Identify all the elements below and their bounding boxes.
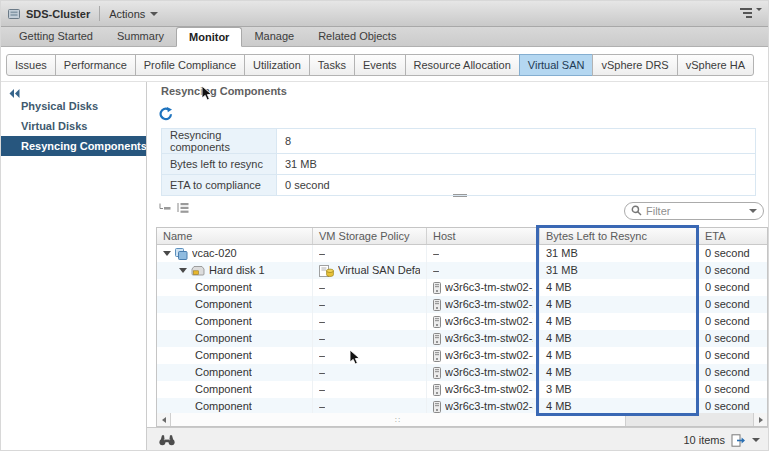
subtab-virtual-san[interactable]: Virtual SAN [519, 54, 594, 76]
search-icon [631, 205, 642, 218]
column-header-bytes-left-to-resync[interactable]: Bytes Left to Resync [540, 228, 699, 244]
subtab-utilization[interactable]: Utilization [244, 54, 310, 76]
sidebar-items: Physical DisksVirtual DisksResyncing Com… [1, 96, 146, 156]
cell-host: – [427, 245, 540, 262]
cell-host: w3r6c3-tm-stw02-2.... [427, 313, 540, 330]
subtab-profile-compliance[interactable]: Profile Compliance [135, 54, 245, 76]
subtab-performance[interactable]: Performance [55, 54, 136, 76]
host-label: w3r6c3-tm-stw02-2.... [445, 313, 533, 330]
expand-all-icon[interactable] [176, 202, 189, 214]
filter-input[interactable] [646, 205, 749, 217]
tab-summary[interactable]: Summary [105, 27, 176, 46]
cell-vm-storage-policy: – [313, 245, 427, 262]
page-title: Resyncing Components [161, 85, 287, 97]
cluster-icon [7, 7, 21, 21]
subtab-vsphere-ha[interactable]: vSphere HA [677, 54, 754, 76]
scroll-right-icon[interactable] [753, 413, 767, 426]
policy-label: – [319, 347, 325, 364]
filter-dropdown-icon[interactable] [749, 209, 757, 213]
scroll-left-icon[interactable] [157, 413, 171, 426]
row-label: Component [195, 330, 252, 347]
cell-name: Component [157, 347, 313, 364]
host-icon [433, 367, 441, 379]
policy-label: – [319, 364, 325, 381]
table-row[interactable]: Hard disk 1Virtual SAN Default...–31 MB0… [157, 262, 767, 279]
host-icon [433, 282, 441, 294]
column-header-host[interactable]: Host [427, 228, 540, 244]
table-row[interactable]: Component–w3r6c3-tm-stw02-3....4 MB0 sec… [157, 364, 767, 381]
splitter-handle[interactable] [453, 193, 467, 198]
host-label: – [433, 262, 439, 279]
subtab-resource-allocation[interactable]: Resource Allocation [405, 54, 520, 76]
table-row[interactable]: Component–w3r6c3-tm-stw02-2....4 MB0 sec… [157, 330, 767, 347]
row-label: vcac-020 [192, 245, 237, 262]
summary-row: Bytes left to resync31 MB [162, 154, 756, 175]
subtab-issues[interactable]: Issues [6, 54, 56, 76]
policy-label: – [319, 296, 325, 313]
policy-label: – [319, 313, 325, 330]
tab-monitor[interactable]: Monitor [176, 27, 242, 47]
cell-bytes-left-to-resync: 4 MB [540, 279, 699, 296]
object-name: SDS-Cluster [26, 8, 90, 20]
resyncing-components-grid: NameVM Storage PolicyHostBytes Left to R… [156, 227, 768, 414]
summary-value: 31 MB [277, 154, 756, 175]
actions-menu[interactable]: Actions [109, 8, 158, 20]
table-row[interactable]: Component–w3r6c3-tm-stw02-4....4 MB0 sec… [157, 347, 767, 364]
refresh-icon[interactable] [159, 107, 173, 123]
expander-icon[interactable] [163, 251, 171, 256]
host-label: w3r6c3-tm-stw02-1.... [445, 381, 533, 398]
cell-name: Component [157, 381, 313, 398]
subtab-events[interactable]: Events [354, 54, 406, 76]
grid-header: NameVM Storage PolicyHostBytes Left to R… [157, 228, 767, 245]
subtab-vsphere-drs[interactable]: vSphere DRS [592, 54, 677, 76]
tab-getting-started[interactable]: Getting Started [7, 27, 105, 46]
filter-box [624, 202, 764, 220]
export-icon[interactable] [731, 434, 746, 447]
host-icon [433, 299, 441, 311]
host-icon [433, 384, 441, 396]
grid-body: vcac-020––31 MB0 secondHard disk 1Virtua… [157, 245, 767, 415]
cell-host: w3r6c3-tm-stw02-1.... [427, 381, 540, 398]
cell-eta: 0 second [699, 364, 767, 381]
main-panel: Resyncing Components Resyncing component… [147, 81, 769, 451]
cell-vm-storage-policy: – [313, 364, 427, 381]
grid-toolbar [158, 202, 189, 214]
cell-eta: 0 second [699, 296, 767, 313]
horizontal-scrollbar[interactable]: :: [156, 413, 768, 427]
caret-down-icon [756, 8, 762, 11]
table-row[interactable]: Component–w3r6c3-tm-stw02-1....3 MB0 sec… [157, 381, 767, 398]
scrollbar-thumb[interactable]: :: [171, 413, 626, 426]
table-row[interactable]: Component–w3r6c3-tm-stw02-2....4 MB0 sec… [157, 279, 767, 296]
cell-host: w3r6c3-tm-stw02-3.... [427, 364, 540, 381]
tab-manage[interactable]: Manage [242, 27, 306, 46]
table-row[interactable]: Component–w3r6c3-tm-stw02-2....4 MB0 sec… [157, 313, 767, 330]
column-header-vm-storage-policy[interactable]: VM Storage Policy [313, 228, 427, 244]
cell-host: – [427, 262, 540, 279]
expander-icon[interactable] [179, 268, 187, 273]
column-header-name[interactable]: Name [157, 228, 313, 244]
host-icon [433, 316, 441, 328]
export-dropdown-icon[interactable] [752, 438, 760, 442]
cell-host: w3r6c3-tm-stw02-4.... [427, 347, 540, 364]
cell-name: Component [157, 330, 313, 347]
hard-disk-icon [191, 265, 205, 276]
cell-bytes-left-to-resync: 4 MB [540, 347, 699, 364]
sidebar-item-resyncing-components[interactable]: Resyncing Components [1, 136, 146, 156]
sidebar-item-virtual-disks[interactable]: Virtual Disks [1, 116, 146, 136]
table-row[interactable]: Component–w3r6c3-tm-stw02-2....4 MB0 sec… [157, 296, 767, 313]
tab-related-objects[interactable]: Related Objects [306, 27, 408, 46]
row-label: Component [195, 296, 252, 313]
summary-value: 8 [277, 129, 756, 154]
sidebar-item-physical-disks[interactable]: Physical Disks [1, 96, 146, 116]
table-row[interactable]: vcac-020––31 MB0 second [157, 245, 767, 262]
collapse-all-icon[interactable] [158, 202, 171, 214]
find-icon[interactable] [159, 434, 175, 446]
recent-objects-menu-icon[interactable] [738, 7, 762, 19]
row-label: Component [195, 313, 252, 330]
cell-bytes-left-to-resync: 3 MB [540, 381, 699, 398]
scrollbar-grip[interactable]: :: [395, 417, 401, 423]
actions-label: Actions [109, 8, 145, 20]
subtab-tasks[interactable]: Tasks [309, 54, 355, 76]
column-header-eta[interactable]: ETA [699, 228, 767, 244]
host-label: w3r6c3-tm-stw02-3.... [445, 364, 533, 381]
